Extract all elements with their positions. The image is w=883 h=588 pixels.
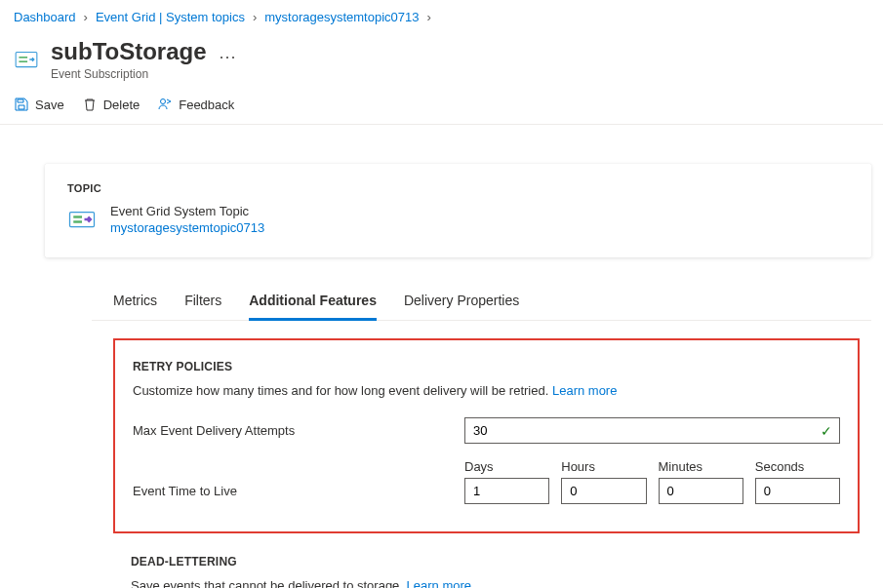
breadcrumb-event-grid[interactable]: Event Grid | System topics	[96, 10, 245, 24]
ttl-days-label: Days	[464, 459, 549, 474]
trash-icon	[82, 97, 98, 112]
ttl-hours-label: Hours	[561, 459, 646, 474]
retry-policies-section: RETRY POLICIES Customize how many times …	[113, 338, 860, 533]
dead-letter-title: DEAD-LETTERING	[131, 555, 842, 568]
chevron-right-icon: ›	[84, 10, 88, 24]
page-subtitle: Event Subscription	[51, 67, 207, 81]
ttl-days-input[interactable]	[464, 478, 549, 504]
feedback-label: Feedback	[179, 98, 234, 112]
breadcrumb-dashboard[interactable]: Dashboard	[14, 10, 76, 24]
tab-metrics[interactable]: Metrics	[113, 283, 157, 320]
check-icon: ✓	[821, 423, 832, 439]
save-button[interactable]: Save	[14, 97, 64, 112]
ttl-minutes-input[interactable]	[659, 478, 743, 504]
event-grid-topic-icon	[67, 205, 97, 234]
event-subscription-icon	[14, 47, 39, 72]
topic-card: TOPIC Event Grid System Topic mystorages…	[45, 164, 871, 257]
page-header: subToStorage Event Subscription ⋯	[0, 34, 883, 87]
breadcrumb-topic[interactable]: mystoragesystemtopic0713	[264, 10, 419, 24]
ttl-minutes-label: Minutes	[659, 459, 743, 474]
ttl-label: Event Time to Live	[133, 484, 464, 504]
command-bar: Save Delete Feedback	[0, 87, 883, 125]
tab-filters[interactable]: Filters	[184, 283, 221, 320]
retry-learn-more-link[interactable]: Learn more	[552, 383, 617, 398]
dead-letter-desc-text: Save events that cannot be delivered to …	[131, 578, 403, 588]
tab-delivery-properties[interactable]: Delivery Properties	[404, 283, 519, 320]
ttl-seconds-input[interactable]	[755, 478, 840, 504]
delete-label: Delete	[103, 98, 140, 112]
chevron-right-icon: ›	[426, 10, 430, 24]
topic-name-link[interactable]: mystoragesystemtopic0713	[110, 220, 264, 235]
dead-lettering-section: DEAD-LETTERING Save events that cannot b…	[113, 555, 860, 588]
dead-letter-description: Save events that cannot be delivered to …	[131, 578, 842, 588]
save-label: Save	[35, 98, 64, 112]
tab-additional-features[interactable]: Additional Features	[249, 283, 377, 320]
delete-button[interactable]: Delete	[82, 97, 140, 112]
page-title: subToStorage	[51, 38, 207, 65]
breadcrumb: Dashboard › Event Grid | System topics ›…	[0, 0, 883, 34]
more-actions-button[interactable]: ⋯	[219, 38, 237, 67]
svg-point-3	[161, 99, 166, 104]
ttl-seconds-label: Seconds	[755, 459, 840, 474]
dead-letter-learn-more-link[interactable]: Learn more	[407, 578, 471, 588]
max-attempts-label: Max Event Delivery Attempts	[133, 423, 464, 438]
topic-section-label: TOPIC	[67, 182, 849, 194]
max-attempts-input[interactable]	[464, 417, 840, 444]
tab-strip: Metrics Filters Additional Features Deli…	[92, 283, 871, 321]
retry-description: Customize how many times and for how lon…	[133, 383, 840, 398]
feedback-icon	[157, 97, 173, 112]
retry-title: RETRY POLICIES	[133, 360, 840, 373]
topic-type: Event Grid System Topic	[110, 204, 264, 218]
retry-desc-text: Customize how many times and for how lon…	[133, 383, 548, 398]
feedback-button[interactable]: Feedback	[157, 97, 234, 112]
chevron-right-icon: ›	[253, 10, 257, 24]
save-icon	[14, 97, 29, 112]
ttl-hours-input[interactable]	[561, 478, 646, 504]
